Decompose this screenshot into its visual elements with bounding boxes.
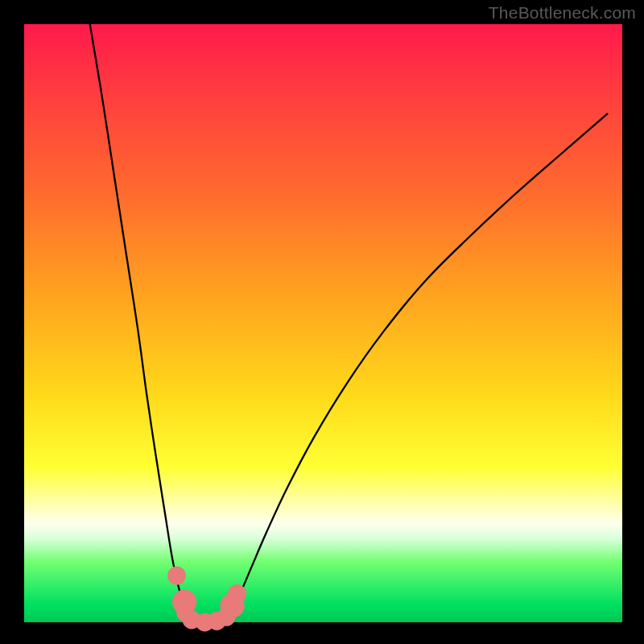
- chart-frame: TheBottleneck.com: [0, 0, 644, 644]
- curve-layer: [0, 0, 644, 644]
- curve-right-path: [223, 114, 608, 622]
- marker-dot: [167, 567, 186, 585]
- marker-layer: [167, 567, 246, 632]
- curve-right: [223, 114, 608, 622]
- curve-left: [90, 24, 223, 622]
- curve-left-path: [90, 24, 196, 622]
- marker-dot: [228, 584, 246, 603]
